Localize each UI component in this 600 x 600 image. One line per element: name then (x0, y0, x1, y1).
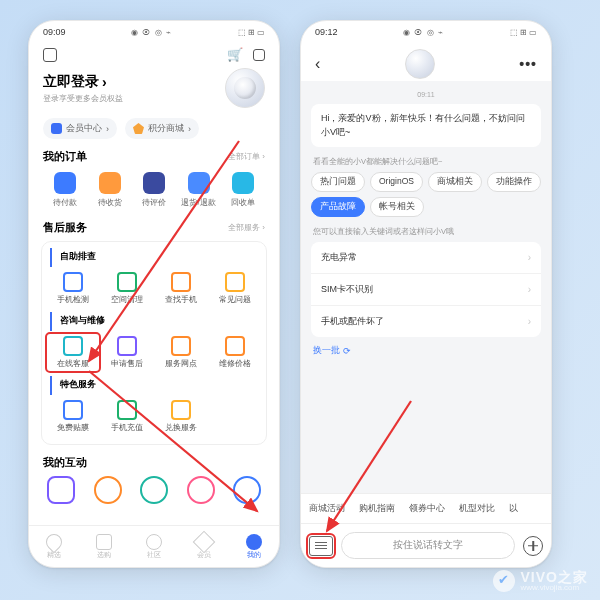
consult-title: 咨询与维修 (50, 312, 262, 331)
svc-exchange[interactable]: 兑换服务 (154, 397, 208, 436)
login-row[interactable]: 立即登录› 登录享受更多会员权益 (29, 68, 279, 114)
faq-list: 充电异常› SIM卡不识别› 手机或配件坏了› (311, 242, 541, 337)
phone-right: 09:12 ◉ ⦿ ◎ ⌁ ⬚ ⊞ ▭ ‹ ••• 09:11 Hi，亲爱的V粉… (300, 20, 552, 568)
status-icons: ◉ ⦿ ◎ ⌁ (131, 28, 172, 37)
back-icon[interactable]: ‹ (315, 55, 320, 73)
svc-faq[interactable]: 常见问题 (208, 269, 262, 308)
order-pending-pay[interactable]: 待付款 (45, 172, 85, 208)
quick-4[interactable]: 机型对比 (459, 502, 495, 515)
svc-price[interactable]: 维修价格 (208, 333, 262, 372)
order-recycle[interactable]: 回收单 (223, 172, 263, 208)
timestamp: 09:11 (311, 91, 541, 98)
faq-broken[interactable]: 手机或配件坏了› (311, 306, 541, 337)
chevron-right-icon: › (528, 316, 531, 327)
settings-icon[interactable] (43, 48, 57, 62)
order-row: 待付款 待收货 待评价 退货/退款 回收单 (29, 166, 279, 218)
orders-title: 我的订单 (43, 149, 87, 164)
service-more[interactable]: 全部服务 › (228, 222, 265, 233)
svc-film[interactable]: 免费贴膜 (46, 397, 100, 436)
interact-row (29, 472, 279, 504)
interact-5[interactable] (233, 476, 261, 504)
points-icon (133, 123, 144, 134)
diamond-icon (51, 123, 62, 134)
tag-originos[interactable]: OriginOS (370, 172, 423, 192)
chat-top: ‹ ••• (301, 43, 551, 81)
service-title: 售后服务 (43, 220, 87, 235)
interact-1[interactable] (47, 476, 75, 504)
refresh-icon: ⟳ (343, 346, 351, 356)
watermark: VIVO之家www.vivojia.com (493, 570, 588, 592)
faq-charging[interactable]: 充电异常› (311, 242, 541, 274)
interact-title: 我的互动 (43, 455, 87, 470)
bottom-nav: 精选 选购 社区 会员 我的 (29, 525, 279, 567)
svc-apply[interactable]: 申请售后 (100, 333, 154, 372)
status-right: ⬚ ⊞ ▭ (510, 28, 537, 37)
login-subtitle: 登录享受更多会员权益 (43, 93, 123, 104)
chip-member[interactable]: 会员中心› (43, 118, 117, 139)
greeting-bubble: Hi，亲爱的V粉，新年快乐！有什么问题，不妨问问小V吧~ (311, 104, 541, 147)
plus-icon[interactable] (523, 536, 543, 556)
avatar[interactable] (225, 68, 265, 108)
hint-1: 看看全能的小V都能解决什么问题吧~ (313, 157, 539, 167)
tag-fault[interactable]: 产品故障 (311, 197, 365, 217)
svc-topup[interactable]: 手机充值 (100, 397, 154, 436)
status-right: ⬚ ⊞ ▭ (238, 28, 265, 37)
watermark-brand: VIVO之家 (521, 570, 588, 584)
chevron-right-icon: › (528, 284, 531, 295)
quick-1[interactable]: 商城活动 (309, 502, 345, 515)
nav-community[interactable]: 社区 (129, 526, 179, 567)
status-bar: 09:09 ◉ ⦿ ◎ ⌁ ⬚ ⊞ ▭ (29, 21, 279, 43)
orders-more[interactable]: 全部订单 › (228, 151, 265, 162)
more-icon[interactable]: ••• (519, 56, 537, 72)
status-icons: ◉ ⦿ ◎ ⌁ (403, 28, 444, 37)
interact-4[interactable] (187, 476, 215, 504)
status-time: 09:12 (315, 27, 338, 37)
status-bar: 09:12 ◉ ⦿ ◎ ⌁ ⬚ ⊞ ▭ (301, 21, 551, 43)
special-title: 特色服务 (50, 376, 262, 395)
interact-2[interactable] (94, 476, 122, 504)
svc-find[interactable]: 查找手机 (154, 269, 208, 308)
tag-cloud: 热门问题 OriginOS 商城相关 功能操作 产品故障 帐号相关 (311, 172, 541, 217)
nav-featured[interactable]: 精选 (29, 526, 79, 567)
interact-3[interactable] (140, 476, 168, 504)
watermark-logo (493, 570, 515, 592)
top-bar: 🛒 (29, 43, 279, 68)
order-refund[interactable]: 退货/退款 (179, 172, 219, 208)
quick-row: 商城活动 购机指南 领券中心 机型对比 以 (301, 493, 551, 523)
phone-left: 09:09 ◉ ⦿ ◎ ⌁ ⬚ ⊞ ▭ 🛒 立即登录› 登录享受更多会员权益 会… (28, 20, 280, 568)
chip-points[interactable]: 积分商城› (125, 118, 199, 139)
nav-member[interactable]: 会员 (179, 526, 229, 567)
nav-mine[interactable]: 我的 (229, 526, 279, 567)
self-title: 自助排查 (50, 248, 262, 267)
hint-2: 您可以直接输入关键词或者这样问小V哦 (313, 227, 539, 237)
watermark-url: www.vivojia.com (521, 584, 588, 592)
status-time: 09:09 (43, 27, 66, 37)
chevron-right-icon: › (528, 252, 531, 263)
svc-clean[interactable]: 空间清理 (100, 269, 154, 308)
tag-account[interactable]: 帐号相关 (370, 197, 424, 217)
svc-phone-check[interactable]: 手机检测 (46, 269, 100, 308)
message-icon[interactable] (253, 49, 265, 61)
tag-hot[interactable]: 热门问题 (311, 172, 365, 192)
order-pending-receive[interactable]: 待收货 (90, 172, 130, 208)
input-row: 按住说话转文字 (301, 523, 551, 567)
swap-button[interactable]: 换一批⟳ (313, 345, 539, 357)
cart-icon[interactable]: 🛒 (227, 47, 243, 62)
quick-5[interactable]: 以 (509, 502, 518, 515)
bot-avatar (405, 49, 435, 79)
service-card: 自助排查 手机检测 空间清理 查找手机 常见问题 咨询与维修 在线客服 申请售后… (41, 241, 267, 445)
quick-3[interactable]: 领券中心 (409, 502, 445, 515)
voice-input[interactable]: 按住说话转文字 (341, 532, 515, 559)
nav-shop[interactable]: 选购 (79, 526, 129, 567)
quick-2[interactable]: 购机指南 (359, 502, 395, 515)
keyboard-icon[interactable] (309, 536, 333, 556)
svc-online-support[interactable]: 在线客服 (46, 333, 100, 372)
tag-function[interactable]: 功能操作 (487, 172, 541, 192)
tag-mall[interactable]: 商城相关 (428, 172, 482, 192)
order-pending-review[interactable]: 待评价 (134, 172, 174, 208)
faq-sim[interactable]: SIM卡不识别› (311, 274, 541, 306)
svc-location[interactable]: 服务网点 (154, 333, 208, 372)
login-title: 立即登录› (43, 73, 123, 91)
